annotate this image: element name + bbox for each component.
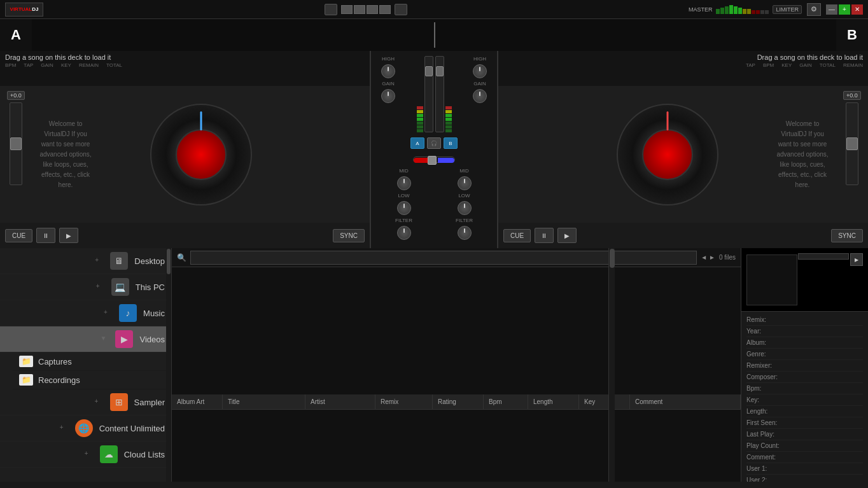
sidebar-item-desktop[interactable]: + 🖥 Desktop (0, 248, 171, 274)
master-out-btn[interactable] (395, 4, 407, 15)
deck-b-cue-btn[interactable]: CUE (503, 229, 531, 242)
deck-a-waveform[interactable] (32, 19, 836, 51)
deck-a-tap[interactable]: TAP (24, 62, 33, 68)
mixer-high-b-knob[interactable] (473, 64, 487, 78)
sidebar-item-videos[interactable]: ▼ ▶ Videos (0, 326, 171, 352)
settings-btn[interactable]: ⚙ (807, 3, 821, 16)
deck-a-platter (176, 129, 227, 180)
sidebar-item-this-pc[interactable]: + 💻 This PC (0, 274, 171, 300)
deck-a-turntable[interactable] (150, 104, 252, 206)
minimize-btn[interactable]: — (826, 4, 837, 15)
mixer-low-a-knob[interactable] (397, 201, 411, 215)
crossfader-right (438, 158, 454, 163)
deck-b-sync-btn[interactable]: SYNC (831, 229, 863, 242)
deck-b-turntable[interactable] (617, 104, 718, 206)
deck-b-fader-track[interactable] (846, 102, 858, 185)
sidebar-scrollbar[interactable] (166, 248, 171, 482)
browser-search-bar: 🔍 ◄ ► 0 files (172, 248, 741, 267)
file-count: 0 files (719, 254, 736, 261)
mixer-headphone-btn[interactable]: 🎧 (427, 137, 441, 149)
deck-b-remain: REMAIN (843, 62, 863, 68)
mixer-mid-b-knob[interactable] (458, 176, 472, 190)
mixer-mid-b-col: MID LOW FILTER (456, 168, 473, 240)
deck-a-cue-btn[interactable]: CUE (5, 229, 32, 242)
close-btn[interactable]: ✕ (851, 4, 863, 15)
col-header-bpm[interactable]: Bpm (484, 394, 528, 409)
content-icon: 🌐 (75, 419, 93, 437)
deck-b-play-btn[interactable]: ▶ (557, 228, 577, 243)
mixer-ch-a-knobs: HIGH GAIN (381, 56, 395, 165)
sidebar-item-music[interactable]: + ♪ Music (0, 300, 171, 326)
deck-a-fader-handle[interactable] (10, 137, 22, 150)
deck-b-total: TOTAL (820, 62, 836, 68)
mixer-low-b-knob[interactable] (458, 201, 472, 215)
mixer-filter-b-knob[interactable] (458, 226, 472, 240)
col-header-title[interactable]: Title (223, 394, 305, 409)
deck-a-tap-label: TAP (24, 62, 33, 68)
mixer-ch-a-fader-handle[interactable] (425, 66, 433, 76)
mixer-mid-a-knob[interactable] (397, 176, 411, 190)
browser-scroll-thumb[interactable] (610, 249, 615, 268)
master-section: MASTER LIMITER (689, 5, 802, 14)
info-label-length: Length: (746, 408, 794, 415)
col-header-length[interactable]: Length (528, 394, 579, 409)
deck-a-welcome-text[interactable]: Welcome to VirtualDJ If you want to see … (37, 119, 94, 190)
sidebar-item-cloud-lists[interactable]: + ☁ Cloud Lists (0, 442, 171, 468)
info-fields: Remix: Year: Album: Genre: Remixer: Comp… (741, 312, 868, 482)
info-label-remix: Remix: (746, 316, 794, 323)
sidebar-item-captures[interactable]: 📁 Captures (13, 352, 171, 371)
browser-content: Album Art Title Artist Remix Rating Bpm … (172, 267, 741, 482)
deck-a-pitch-fader[interactable]: +0.0 (0, 86, 32, 223)
col-header-key[interactable]: Key (579, 394, 630, 409)
col-header-rating[interactable]: Rating (433, 394, 484, 409)
search-input[interactable] (190, 251, 697, 265)
deck-settings-btn[interactable] (325, 4, 337, 15)
sidebar-item-recordings[interactable]: 📁 Recordings (13, 371, 171, 389)
sidebar-label-music: Music (143, 309, 165, 318)
sidebar-item-sampler[interactable]: + ⊞ Sampler (0, 389, 171, 415)
browser-area: 🔍 ◄ ► 0 files Album Art Title Artist Rem… (172, 248, 741, 482)
browser-table-body[interactable] (172, 410, 741, 482)
mixer-ch-b-fader[interactable] (435, 56, 444, 132)
col-header-album-art[interactable]: Album Art (172, 394, 223, 409)
col-header-comment[interactable]: Comment (630, 394, 741, 409)
deck-b-pitch-fader[interactable]: +0.0 (836, 86, 868, 223)
mixer-gain-a-knob[interactable] (381, 89, 395, 103)
info-panel: ▶ Remix: Year: Album: Genre: Remixer: (741, 248, 868, 482)
maximize-btn[interactable]: + (839, 4, 850, 15)
deck-a-play-btn[interactable]: ▶ (59, 228, 78, 243)
browser-scrollbar[interactable] (608, 248, 615, 482)
mixer-cue-a-btn[interactable]: A (410, 137, 424, 149)
sidebar-scroll-thumb[interactable] (167, 249, 171, 274)
play-icon: ▶ (66, 232, 71, 239)
pc-icon: 💻 (111, 278, 129, 296)
deck-b-tap[interactable]: TAP (746, 62, 755, 68)
deck-b-fader-handle[interactable] (846, 137, 858, 150)
deck-b-pause-btn[interactable]: ⏸ (535, 228, 554, 243)
deck-a-fader-track[interactable] (10, 102, 22, 185)
mixer-filter-a-label: FILTER (395, 218, 412, 223)
deck-b-welcome-text[interactable]: Welcome to VirtualDJ If you want to see … (774, 119, 831, 190)
mixer-center: A 🎧 B (408, 56, 460, 165)
col-header-remix[interactable]: Remix (375, 394, 433, 409)
preview-progress-bar[interactable] (798, 253, 849, 260)
top-controls (48, 4, 683, 15)
sidebar-item-content-unlimited[interactable]: + 🌐 Content Unlimited (0, 415, 171, 442)
info-field-last-play: Last Play: (746, 429, 863, 440)
mixer-filter-a-knob[interactable] (397, 226, 411, 240)
sidebar-label-desktop: Desktop (134, 256, 165, 266)
crossfader-track[interactable] (413, 157, 455, 163)
mixer-high-a-knob[interactable] (381, 64, 395, 78)
deck-a-sync-btn[interactable]: SYNC (333, 229, 365, 242)
preview-play-btn[interactable]: ▶ (850, 253, 863, 266)
deck-a-pause-btn[interactable]: ⏸ (36, 228, 55, 243)
mixer-ch-b-fader-handle[interactable] (436, 66, 444, 76)
col-header-artist[interactable]: Artist (305, 394, 375, 409)
mixer-cue-b-btn[interactable]: B (444, 137, 458, 149)
mixer-gain-b-knob[interactable] (473, 89, 487, 103)
crossfader-handle[interactable] (428, 156, 437, 165)
deck-b-turntable-area: Welcome to VirtualDJ If you want to see … (498, 86, 836, 223)
limiter-btn[interactable]: LIMITER (773, 5, 802, 14)
mixer-mid-a-col: MID LOW FILTER (395, 168, 412, 240)
mixer-ch-a-fader[interactable] (424, 56, 433, 132)
